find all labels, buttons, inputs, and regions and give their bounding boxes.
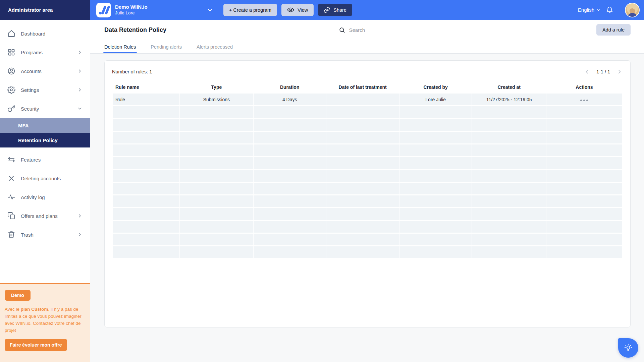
empty-cell [472,170,546,182]
empty-cell [546,246,622,258]
search-input[interactable] [349,27,406,33]
table-row[interactable]: Rule Submissions 4 Days Lore Julie 11/27… [113,94,622,105]
empty-cell [180,234,253,245]
sidebar-item-security[interactable]: Security [0,99,90,118]
empty-cell [254,132,326,143]
sidebar-item-label: Offers and plans [21,213,58,219]
empty-cell [399,208,472,220]
empty-cell [113,170,179,182]
empty-cell [326,246,399,258]
workspace-title: Demo WIIN.io [115,4,148,10]
empty-cell [326,195,399,207]
rules-count: Number of rules: 1 [112,69,152,74]
sidebar-item-trash[interactable]: Trash [0,225,90,244]
table-row-empty [113,195,622,207]
activity-icon [7,193,15,201]
add-rule-button[interactable]: Add a rule [596,24,631,36]
demo-text-prefix: Avec le [5,307,21,312]
sidebar-item-label: Settings [21,87,39,93]
empty-cell [546,157,622,169]
chevron-right-icon [77,87,83,93]
sidebar-item-retention-policy[interactable]: Retention Policy [0,133,90,147]
chevron-right-icon [77,232,83,237]
empty-cell [399,183,472,194]
sidebar-item-offers-and-plans[interactable]: Offers and plans [0,206,90,225]
sidebar-item-label: Security [21,106,39,112]
empty-cell [180,183,253,194]
row-actions-button[interactable] [580,100,588,101]
title-row: Data Retention Policy Add a rule [90,20,644,40]
cell-duration: 4 Days [254,94,326,105]
table-row-empty [113,246,622,258]
sidebar-item-features[interactable]: Features [0,150,90,169]
home-icon [7,29,15,38]
empty-cell [113,221,179,233]
sidebar-item-label: Dashboard [21,31,45,37]
sidebar-item-deleting-accounts[interactable]: Deleting accounts [0,169,90,188]
pagination: 1-1 / 1 [584,68,623,75]
sidebar-item-mfa[interactable]: MFA [0,118,90,133]
sidebar-item-accounts[interactable]: Accounts [0,62,90,80]
workspace-selector[interactable]: Demo WIIN.io Julie Lore [90,0,219,20]
empty-cell [180,208,253,220]
tab-pending-alerts[interactable]: Pending alerts [151,40,182,53]
column-header-type: Type [180,82,253,93]
sidebar-subitem-label: Retention Policy [18,137,58,143]
tab-deletion-rules[interactable]: Deletion Rules [104,40,136,53]
share-button[interactable]: Share [318,4,352,16]
empty-cell [254,144,326,156]
tab-alerts-processed[interactable]: Alerts processed [197,40,233,53]
pagination-label: 1-1 / 1 [596,69,610,74]
empty-cell [113,106,179,118]
table-row-empty [113,119,622,131]
empty-cell [399,221,472,233]
language-selector[interactable]: English [578,7,600,13]
help-lightbulb-button[interactable] [618,338,638,358]
sidebar-item-activity-log[interactable]: Activity log [0,188,90,206]
sidebar-item-programs[interactable]: Programs [0,43,90,62]
pagination-next-icon[interactable] [616,68,623,75]
trash-icon [7,231,15,239]
empty-cell [113,195,179,207]
create-program-button[interactable]: + Create a program [223,4,277,16]
empty-cell [326,132,399,143]
rules-card: Number of rules: 1 1-1 / 1 Rule name Typ… [104,60,631,327]
empty-cell [326,157,399,169]
view-button[interactable]: View [281,4,314,16]
topbar-right: English [578,3,644,17]
upgrade-offer-button[interactable]: Faire évoluer mon offre [5,339,67,351]
table-row-empty [113,221,622,233]
chevron-right-icon [77,50,83,55]
create-program-label: + Create a program [229,7,271,13]
pagination-prev-icon[interactable] [584,68,590,75]
table-row-empty [113,234,622,245]
empty-cell [546,208,622,220]
divider [619,5,619,15]
sidebar-item-dashboard[interactable]: Dashboard [0,24,90,43]
empty-cell [399,132,472,143]
empty-cell [399,144,472,156]
notification-bell-icon[interactable] [606,6,613,13]
column-header-duration: Duration [254,82,326,93]
sidebar-item-settings[interactable]: Settings [0,80,90,99]
table-row-empty [113,170,622,182]
empty-cell [254,170,326,182]
empty-cell [546,119,622,131]
admin-area-header: Administrator area [0,0,90,20]
topbar-actions: + Create a program View Share [223,4,352,16]
empty-cell [472,157,546,169]
copy-icon [7,212,15,220]
empty-cell [472,119,546,131]
demo-badge[interactable]: Demo [5,290,31,301]
user-avatar[interactable] [625,3,640,17]
empty-cell [254,106,326,118]
empty-cell [326,183,399,194]
page-title: Data Retention Policy [104,26,166,34]
cell-date-last-treatment [326,94,399,105]
page-header: Data Retention Policy Add a rule Deletio… [90,20,644,54]
sidebar-nav: Dashboard Programs Accounts Settin [0,20,90,244]
empty-cell [472,106,546,118]
empty-cell [399,246,472,258]
empty-cell [254,234,326,245]
empty-cell [546,183,622,194]
